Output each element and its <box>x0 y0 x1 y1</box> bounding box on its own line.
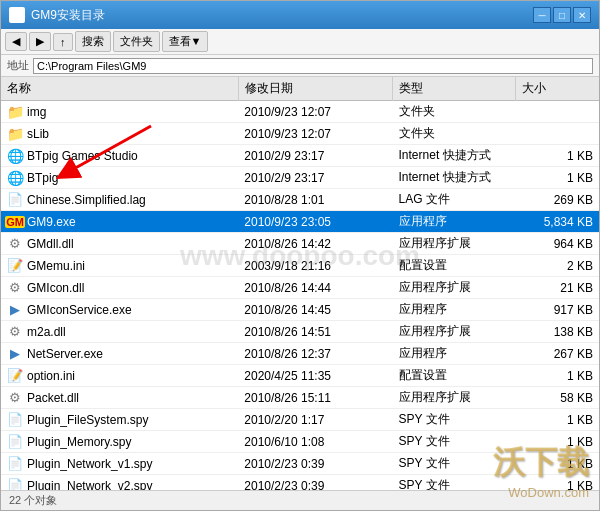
file-date: 2010/2/23 0:39 <box>238 453 392 475</box>
address-bar: 地址 <box>1 55 599 77</box>
file-name: Plugin_Network_v1.spy <box>27 457 152 471</box>
forward-button[interactable]: ▶ <box>29 32 51 51</box>
folders-button[interactable]: 文件夹 <box>113 31 160 52</box>
table-header-row: 名称 修改日期 类型 大小 <box>1 77 599 101</box>
table-row[interactable]: 📄 Plugin_Network_v2.spy 2010/2/23 0:39SP… <box>1 475 599 491</box>
close-button[interactable]: ✕ <box>573 7 591 23</box>
file-name: Plugin_FileSystem.spy <box>27 413 148 427</box>
file-explorer-window: GM9安装目录 ─ □ ✕ ◀ ▶ ↑ 搜索 文件夹 查看▼ 地址 名称 修改日… <box>0 0 600 511</box>
file-icon-folder: 📁 <box>7 126 23 142</box>
file-name: m2a.dll <box>27 325 66 339</box>
file-size: 267 KB <box>516 343 599 365</box>
file-date: 2020/4/25 11:35 <box>238 365 392 387</box>
table-row[interactable]: 📝 GMemu.ini 2003/9/18 21:16配置设置2 KB <box>1 255 599 277</box>
file-type: 应用程序扩展 <box>393 387 516 409</box>
table-row[interactable]: 📄 Chinese.Simplified.lag 2010/8/28 1:01L… <box>1 189 599 211</box>
file-table-body: 📁 img 2010/9/23 12:07文件夹 📁 sLib 2010/9/2… <box>1 101 599 491</box>
table-row[interactable]: 📁 img 2010/9/23 12:07文件夹 <box>1 101 599 123</box>
file-icon-folder: 📁 <box>7 104 23 120</box>
file-icon-gm9: GM <box>7 214 23 230</box>
file-size: 138 KB <box>516 321 599 343</box>
file-icon-spy: 📄 <box>7 456 23 472</box>
table-row[interactable]: 🌐 BTpig Games Studio 2010/2/9 23:17Inter… <box>1 145 599 167</box>
file-size: 1 KB <box>516 167 599 189</box>
file-size: 1 KB <box>516 431 599 453</box>
file-size: 1 KB <box>516 145 599 167</box>
title-bar: GM9安装目录 ─ □ ✕ <box>1 1 599 29</box>
file-size: 964 KB <box>516 233 599 255</box>
file-list-scroll[interactable]: 名称 修改日期 类型 大小 📁 img 2010/9/23 12:07文件夹 📁… <box>1 77 599 490</box>
file-size <box>516 101 599 123</box>
file-type: SPY 文件 <box>393 409 516 431</box>
file-date: 2003/9/18 21:16 <box>238 255 392 277</box>
file-name: GMemu.ini <box>27 259 85 273</box>
maximize-button[interactable]: □ <box>553 7 571 23</box>
col-name-header[interactable]: 名称 <box>1 77 238 101</box>
table-row[interactable]: 🌐 BTpig 2010/2/9 23:17Internet 快捷方式1 KB <box>1 167 599 189</box>
file-date: 2010/8/26 15:11 <box>238 387 392 409</box>
address-input[interactable] <box>33 58 593 74</box>
file-type: 应用程序 <box>393 211 516 233</box>
file-date: 2010/8/26 12:37 <box>238 343 392 365</box>
file-icon-dll: ⚙ <box>7 324 23 340</box>
up-button[interactable]: ↑ <box>53 33 73 51</box>
file-type: 配置设置 <box>393 255 516 277</box>
file-icon-internet: 🌐 <box>7 148 23 164</box>
table-row[interactable]: ▶ GMIconService.exe 2010/8/26 14:45应用程序9… <box>1 299 599 321</box>
file-name: img <box>27 105 46 119</box>
file-type: SPY 文件 <box>393 475 516 491</box>
col-size-header[interactable]: 大小 <box>516 77 599 101</box>
table-row[interactable]: 📄 Plugin_Memory.spy 2010/6/10 1:08SPY 文件… <box>1 431 599 453</box>
file-date: 2010/2/9 23:17 <box>238 167 392 189</box>
table-row[interactable]: GM GM9.exe 2010/9/23 23:05应用程序5,834 KB <box>1 211 599 233</box>
file-type: 应用程序扩展 <box>393 233 516 255</box>
table-row[interactable]: ⚙ GMdll.dll 2010/8/26 14:42应用程序扩展964 KB <box>1 233 599 255</box>
file-date: 2010/8/26 14:44 <box>238 277 392 299</box>
file-name: GMIconService.exe <box>27 303 132 317</box>
file-name: GM9.exe <box>27 215 76 229</box>
view-button[interactable]: 查看▼ <box>162 31 209 52</box>
table-row[interactable]: 📝 option.ini 2020/4/25 11:35配置设置1 KB <box>1 365 599 387</box>
file-icon-lag: 📄 <box>7 192 23 208</box>
table-row[interactable]: ⚙ GMIcon.dll 2010/8/26 14:44应用程序扩展21 KB <box>1 277 599 299</box>
file-name: Plugin_Memory.spy <box>27 435 131 449</box>
file-date: 2010/2/23 0:39 <box>238 475 392 491</box>
table-row[interactable]: 📁 sLib 2010/9/23 12:07文件夹 <box>1 123 599 145</box>
table-row[interactable]: 📄 Plugin_FileSystem.spy 2010/2/20 1:17SP… <box>1 409 599 431</box>
file-name: BTpig <box>27 171 58 185</box>
search-button[interactable]: 搜索 <box>75 31 111 52</box>
file-date: 2010/8/28 1:01 <box>238 189 392 211</box>
file-icon-ini: 📝 <box>7 368 23 384</box>
table-row[interactable]: 📄 Plugin_Network_v1.spy 2010/2/23 0:39SP… <box>1 453 599 475</box>
status-bar: 22 个对象 <box>1 490 599 510</box>
status-text: 22 个对象 <box>9 493 57 508</box>
table-row[interactable]: ⚙ m2a.dll 2010/8/26 14:51应用程序扩展138 KB <box>1 321 599 343</box>
file-size: 917 KB <box>516 299 599 321</box>
file-name: Chinese.Simplified.lag <box>27 193 146 207</box>
file-icon-internet: 🌐 <box>7 170 23 186</box>
table-row[interactable]: ▶ NetServer.exe 2010/8/26 12:37应用程序267 K… <box>1 343 599 365</box>
file-date: 2010/9/23 23:05 <box>238 211 392 233</box>
file-date: 2010/2/20 1:17 <box>238 409 392 431</box>
file-icon-ini: 📝 <box>7 258 23 274</box>
back-button[interactable]: ◀ <box>5 32 27 51</box>
file-type: 应用程序扩展 <box>393 277 516 299</box>
file-size: 58 KB <box>516 387 599 409</box>
file-name: GMIcon.dll <box>27 281 84 295</box>
file-size: 1 KB <box>516 365 599 387</box>
address-label: 地址 <box>7 58 29 73</box>
file-date: 2010/8/26 14:42 <box>238 233 392 255</box>
minimize-button[interactable]: ─ <box>533 7 551 23</box>
window-title: GM9安装目录 <box>31 7 527 24</box>
file-icon-dll: ⚙ <box>7 280 23 296</box>
table-row[interactable]: ⚙ Packet.dll 2010/8/26 15:11应用程序扩展58 KB <box>1 387 599 409</box>
col-date-header[interactable]: 修改日期 <box>238 77 392 101</box>
file-icon-dll: ⚙ <box>7 236 23 252</box>
file-type: 文件夹 <box>393 101 516 123</box>
window-icon <box>9 7 25 23</box>
file-size: 21 KB <box>516 277 599 299</box>
file-date: 2010/8/26 14:51 <box>238 321 392 343</box>
col-type-header[interactable]: 类型 <box>393 77 516 101</box>
file-icon-spy: 📄 <box>7 434 23 450</box>
file-size: 1 KB <box>516 453 599 475</box>
